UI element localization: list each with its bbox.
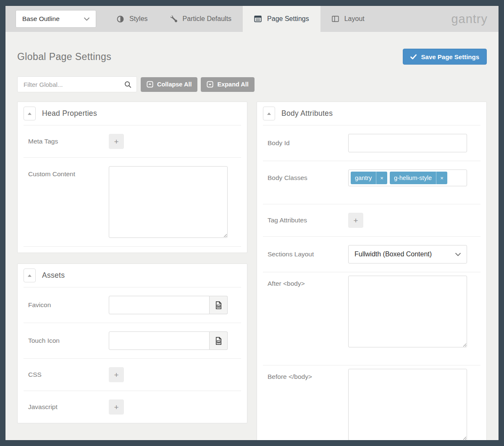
meta-tags-row: Meta Tags + — [18, 125, 247, 157]
save-button-label: Save Page Settings — [421, 53, 479, 60]
favicon-row: Favicon — [18, 287, 247, 323]
field-label: Body Classes — [268, 174, 348, 182]
gantry-logo: gantry — [451, 12, 488, 26]
body-classes-input[interactable]: gantry × g-helium-style × — [348, 170, 467, 186]
caret-up-icon — [28, 274, 32, 277]
custom-content-textarea[interactable] — [109, 166, 228, 238]
body-id-input[interactable] — [348, 134, 467, 152]
after-body-textarea[interactable] — [348, 276, 467, 347]
add-javascript-button[interactable]: + — [109, 399, 124, 415]
body-classes-row: Body Classes gantry × g-helium-style × — [257, 161, 486, 195]
filter-input-wrapper — [17, 76, 137, 92]
field-label: After <body> — [268, 280, 348, 287]
class-tag: gantry × — [351, 172, 387, 184]
layout-columns-icon — [332, 16, 339, 22]
file-image-icon — [215, 337, 222, 345]
collapse-icon — [147, 81, 153, 88]
add-tag-attribute-button[interactable]: + — [348, 213, 363, 228]
filter-row: Collapse All Expand All — [17, 76, 487, 92]
page-content: Global Page Settings Save Page Settings … — [5, 32, 499, 440]
chevron-down-icon — [455, 253, 461, 256]
panel-title: Head Properties — [42, 109, 97, 118]
collapse-panel-button[interactable] — [263, 107, 275, 120]
after-body-row: After <body> — [257, 272, 486, 365]
page-title: Global Page Settings — [17, 51, 111, 63]
caret-up-icon — [267, 112, 271, 115]
custom-content-row: Custom Content — [18, 158, 247, 246]
field-label: Meta Tags — [28, 138, 109, 145]
field-label: Before </body> — [268, 373, 348, 381]
page-header: Global Page Settings Save Page Settings — [17, 49, 487, 65]
tab-page-settings[interactable]: Page Settings — [243, 6, 320, 32]
favicon-input-group — [109, 296, 228, 314]
outline-selector[interactable]: Base Outline — [16, 10, 96, 28]
tab-layout[interactable]: Layout — [320, 6, 376, 32]
collapse-panel-button[interactable] — [24, 107, 36, 120]
field-label: Touch Icon — [28, 337, 109, 344]
outline-selector-value: Base Outline — [22, 15, 60, 23]
sections-layout-row: Sections Layout Fullwidth (Boxed Content… — [257, 237, 486, 272]
touch-icon-input[interactable] — [109, 331, 210, 350]
field-label: Body Id — [268, 139, 348, 147]
before-body-textarea[interactable] — [348, 369, 467, 440]
remove-tag-icon[interactable]: × — [436, 172, 447, 184]
touch-icon-input-group — [109, 331, 228, 350]
right-column: Body Attributes Body Id Body Classes gan… — [257, 102, 487, 440]
spacer — [257, 195, 486, 204]
head-properties-panel: Head Properties Meta Tags + Custom Conte… — [17, 102, 247, 253]
sections-layout-select[interactable]: Fullwidth (Boxed Content) — [348, 245, 467, 263]
chevron-down-icon — [84, 17, 89, 21]
app-window: Base Outline Styles Particle Defaults Pa… — [5, 5, 499, 441]
left-column: Head Properties Meta Tags + Custom Conte… — [17, 102, 247, 434]
page-settings-icon — [254, 16, 262, 22]
tab-styles[interactable]: Styles — [105, 6, 159, 32]
tab-particle-defaults[interactable]: Particle Defaults — [159, 6, 243, 32]
image-picker-button[interactable] — [210, 331, 228, 350]
sections-layout-value: Fullwidth (Boxed Content) — [354, 250, 432, 258]
save-page-settings-button[interactable]: Save Page Settings — [403, 49, 487, 65]
contrast-icon — [117, 16, 124, 23]
caret-up-icon — [28, 112, 32, 115]
wrench-icon — [171, 16, 177, 22]
remove-tag-icon[interactable]: × — [376, 172, 387, 184]
tag-label: gantry — [351, 175, 376, 181]
tag-label: g-helium-style — [390, 175, 436, 181]
collapse-all-button[interactable]: Collapse All — [141, 77, 197, 92]
add-css-button[interactable]: + — [109, 367, 124, 382]
class-tag: g-helium-style × — [390, 172, 447, 184]
field-label: Javascript — [28, 403, 109, 411]
tab-label: Page Settings — [267, 15, 309, 23]
search-icon — [124, 81, 131, 88]
tag-attributes-row: Tag Attributes + — [257, 204, 486, 236]
expand-icon — [207, 81, 213, 88]
file-image-icon — [215, 301, 222, 309]
expand-all-label: Expand All — [217, 81, 248, 88]
field-label: Sections Layout — [268, 250, 348, 258]
field-label: Tag Attributes — [268, 216, 348, 224]
settings-columns: Head Properties Meta Tags + Custom Conte… — [17, 102, 487, 440]
javascript-row: Javascript + — [18, 391, 247, 423]
filter-input[interactable] — [24, 81, 124, 88]
assets-header: Assets — [18, 264, 247, 287]
body-id-row: Body Id — [257, 125, 486, 161]
add-meta-tag-button[interactable]: + — [109, 134, 124, 149]
tab-label: Styles — [129, 15, 148, 23]
field-label: Favicon — [28, 301, 109, 309]
touch-icon-row: Touch Icon — [18, 323, 247, 358]
panel-footer — [18, 247, 247, 253]
body-attributes-header: Body Attributes — [257, 102, 486, 125]
panel-title: Body Attributes — [281, 109, 333, 118]
assets-panel: Assets Favicon Touch — [17, 263, 247, 423]
field-label: CSS — [28, 371, 109, 378]
head-properties-header: Head Properties — [18, 102, 247, 125]
field-label: Custom Content — [28, 170, 109, 178]
collapse-all-label: Collapse All — [157, 81, 192, 88]
expand-all-button[interactable]: Expand All — [201, 77, 254, 92]
favicon-input[interactable] — [109, 296, 210, 314]
tab-label: Particle Defaults — [183, 15, 232, 23]
image-picker-button[interactable] — [210, 296, 228, 314]
collapse-panel-button[interactable] — [24, 269, 36, 282]
body-attributes-panel: Body Attributes Body Id Body Classes gan… — [257, 102, 487, 440]
top-toolbar: Base Outline Styles Particle Defaults Pa… — [5, 6, 499, 32]
check-icon — [410, 54, 417, 60]
